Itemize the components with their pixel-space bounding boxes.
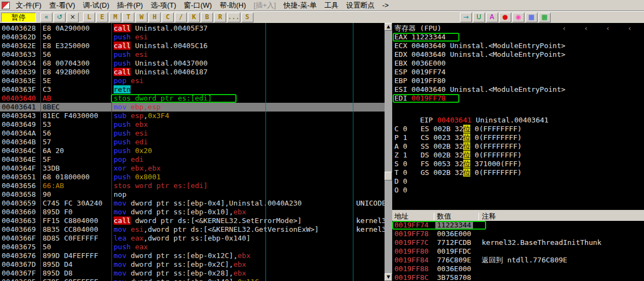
disasm-row[interactable]: 00403640ABstos dword ptr es:[edi]	[0, 94, 385, 103]
flag-row-s[interactable]: S 0FS 0053 32位 371000(FFF)	[394, 160, 644, 168]
disasm-row[interactable]: 00403659C745 FC 30A240mov dword ptr ss:[…	[0, 199, 385, 208]
chevron-left-icon[interactable]: ‹	[575, 24, 597, 33]
flag-row-t[interactable]: T 0GS 002B 32位 0(FFFFFFFF)	[394, 168, 644, 177]
register-row-edi[interactable]: EDI 0019FF78	[394, 94, 644, 103]
panel-button[interactable]: E	[96, 13, 108, 22]
disasm-row[interactable]: 0040366F8D85 C0FEFFFFlea eax,dword ptr s…	[0, 234, 385, 243]
menu-item[interactable]: 查-看(V)	[45, 1, 79, 10]
flag-row-p[interactable]: P 1CS 0023 32位 0(FFFFFFFF)	[394, 133, 644, 142]
register-row-esi[interactable]: ESI 00403640 Uninstal.<ModuleEntryPoint>	[394, 85, 644, 94]
menu-item[interactable]: 工具	[321, 1, 342, 10]
menu-item[interactable]: 设置断点	[342, 1, 379, 10]
restart-icon[interactable]: «	[40, 13, 52, 22]
disasm-row[interactable]: 0040363E5Epop esi	[0, 77, 385, 85]
scroll-up-icon[interactable]: ▲	[385, 23, 392, 31]
dot-plugin-icon[interactable]: ●	[499, 13, 511, 22]
stack-row[interactable]: 0019FF780036E000	[392, 230, 644, 238]
stack-value: 0036E000	[437, 265, 471, 273]
menu-item[interactable]: 插-件(P)	[113, 1, 147, 10]
reload-icon[interactable]: ↺	[54, 13, 66, 22]
panel-button[interactable]: C	[162, 13, 174, 22]
menu-item[interactable]: ->	[379, 1, 393, 10]
stack-row[interactable]: 0019FF880036E000	[392, 265, 644, 273]
disasm-row[interactable]: 0040362EE8 E3250000call Uninstal.00405C1…	[0, 42, 385, 50]
menu-item[interactable]: 帮-助(H)	[216, 1, 250, 10]
disasm-row[interactable]: 00403660895D F0mov dword ptr ss:[ebp-0x1…	[0, 208, 385, 216]
panel-button[interactable]: W	[135, 13, 147, 22]
register-row-ebx[interactable]: EBX 0036E000	[394, 59, 644, 68]
disasm-row[interactable]: 0040364953push ebx	[0, 120, 385, 129]
disasm-row[interactable]: 0040364B57push edi	[0, 138, 385, 147]
stack-row[interactable]: 0019FF800019FFDC	[392, 247, 644, 256]
register-row-ecx[interactable]: ECX 00403640 Uninstal.<ModuleEntryPoint>	[394, 42, 644, 50]
panel-button[interactable]: ...	[227, 13, 240, 22]
u-plugin-icon[interactable]: U	[473, 13, 485, 22]
register-row-esp[interactable]: ESP 0019FF74	[394, 68, 644, 77]
flag-row-d[interactable]: D 0	[394, 177, 644, 186]
disasm-row[interactable]: 00403639E8 492B0000call Uninstal.0040618…	[0, 68, 385, 77]
disassembly-scrollbar[interactable]: ▲ ▼	[385, 23, 392, 281]
chevron-left-icon[interactable]: ‹	[597, 24, 619, 33]
disasm-row[interactable]: 0040367550push eax	[0, 243, 385, 251]
disasm-row[interactable]: 0040364F33DBxor ebx,ebx	[0, 164, 385, 173]
chevron-left-icon[interactable]: ‹	[553, 24, 575, 33]
menu-item[interactable]: 窗-口(W)	[180, 1, 216, 10]
disasm-row[interactable]: 00403663FF15 C8804000call dword ptr ds:[…	[0, 216, 385, 225]
stack-row[interactable]: 0019FF84776C809E返回到 ntdll.776C809E	[392, 256, 644, 265]
disasm-row[interactable]: 00403628E8 0A290000call Uninstal.00405F3…	[0, 24, 385, 33]
menu-item[interactable]: [插+入]	[250, 1, 280, 10]
register-row-edx[interactable]: EDX 00403640 Uninstal.<ModuleEntryPoint>	[394, 50, 644, 59]
menu-item[interactable]: 文-件(F)	[12, 1, 45, 10]
panel-button[interactable]: M	[109, 13, 121, 22]
disasm-row[interactable]: 0040362D56push esi	[0, 33, 385, 42]
stack-row[interactable]: 0019FF7C7712FCDBkernel32.BaseThreadInitT…	[392, 238, 644, 247]
register-row-eip[interactable]: EIP00403641Uninstal.00403641	[394, 107, 644, 116]
panel-button[interactable]: R	[214, 13, 226, 22]
arrow-plugin-icon[interactable]: →	[460, 13, 472, 22]
stack-row[interactable]: 0019FF7411223344	[392, 221, 644, 230]
panel-button[interactable]: T	[122, 13, 134, 22]
menu-item[interactable]: 调-试(D)	[79, 1, 113, 10]
disasm-row[interactable]: 0040367D895D D4mov dword ptr ss:[ebp-0x2…	[0, 260, 385, 269]
disasm-row[interactable]: 0040363356push esi	[0, 50, 385, 59]
panel-button[interactable]: L	[83, 13, 95, 22]
panel-button[interactable]: B	[201, 13, 213, 22]
flag-row-a[interactable]: A 0SS 002B 32位 0(FFFFFFFF)	[394, 142, 644, 151]
ring-plugin-icon[interactable]: ◉	[512, 13, 524, 22]
menu-item[interactable]: 快捷-菜-单	[280, 1, 321, 10]
flag-row-z[interactable]: Z 1DS 002B 32位 0(FFFFFFFF)	[394, 151, 644, 160]
disasm-row[interactable]: 004036698B35 CC804000mov esi,dword ptr d…	[0, 225, 385, 234]
disasm-row[interactable]: 0040363468 00704300push Uninstal.0043700…	[0, 59, 385, 68]
panel-button[interactable]: /	[175, 13, 187, 22]
chevron-left-icon[interactable]: ‹	[619, 24, 641, 33]
close-icon[interactable]: ×	[67, 13, 79, 22]
panel-button[interactable]: K	[188, 13, 200, 22]
disasm-row[interactable]: 0040365666:ABstos word ptr es:[edi]	[0, 182, 385, 190]
disasm-row[interactable]: 0040364A56push esi	[0, 129, 385, 138]
panel-button[interactable]: S	[241, 13, 253, 22]
pane-scroll-arrows[interactable]: ‹‹‹‹	[553, 24, 644, 33]
register-row-eax[interactable]: EAX 11223344	[394, 33, 644, 42]
disasm-row[interactable]: 004036418BECmov ebp,esp	[0, 103, 385, 112]
disasm-row[interactable]: 0040365168 01800000push 0x8001	[0, 173, 385, 182]
stack-row[interactable]: 0019FF8C3B758708	[392, 273, 644, 281]
disasm-row[interactable]: 00403676899D D4FEFFFFmov dword ptr ss:[e…	[0, 251, 385, 260]
a-plugin-icon[interactable]: A	[486, 13, 498, 22]
eflags-row[interactable]: EFL00000246(NO,NB,E,BE,NS,PE,GE,LE)	[394, 201, 644, 210]
grid2-plugin-icon[interactable]: ▦	[539, 13, 551, 22]
scroll-thumb[interactable]	[385, 172, 392, 180]
disasm-row[interactable]: 0040364C6A 20push 0x20	[0, 147, 385, 155]
flag-row-o[interactable]: O 0	[394, 186, 644, 195]
disasm-row[interactable]: 00403685C785 C8FEFFFFmov dword ptr ss:[e…	[0, 278, 385, 281]
flag-row-c[interactable]: C 0ES 002B 32位 0(FFFFFFFF)	[394, 125, 644, 133]
disasm-row[interactable]: 0040363FC3retn	[0, 85, 385, 94]
scroll-down-icon[interactable]: ▼	[385, 273, 392, 281]
panel-button[interactable]: H	[149, 13, 161, 22]
register-row-ebp[interactable]: EBP 0019FF80	[394, 77, 644, 85]
disasm-row[interactable]: 0040364381EC F4030000sub esp,0x3F4	[0, 112, 385, 120]
disasm-row[interactable]: 0040367F895D D8mov dword ptr ss:[ebp-0x2…	[0, 269, 385, 278]
disasm-row[interactable]: 0040365890nop	[0, 190, 385, 199]
disasm-row[interactable]: 0040364E5Fpop edi	[0, 155, 385, 164]
grid-plugin-icon[interactable]: ▦	[525, 13, 537, 22]
menu-item[interactable]: 选-项(T)	[147, 1, 180, 10]
